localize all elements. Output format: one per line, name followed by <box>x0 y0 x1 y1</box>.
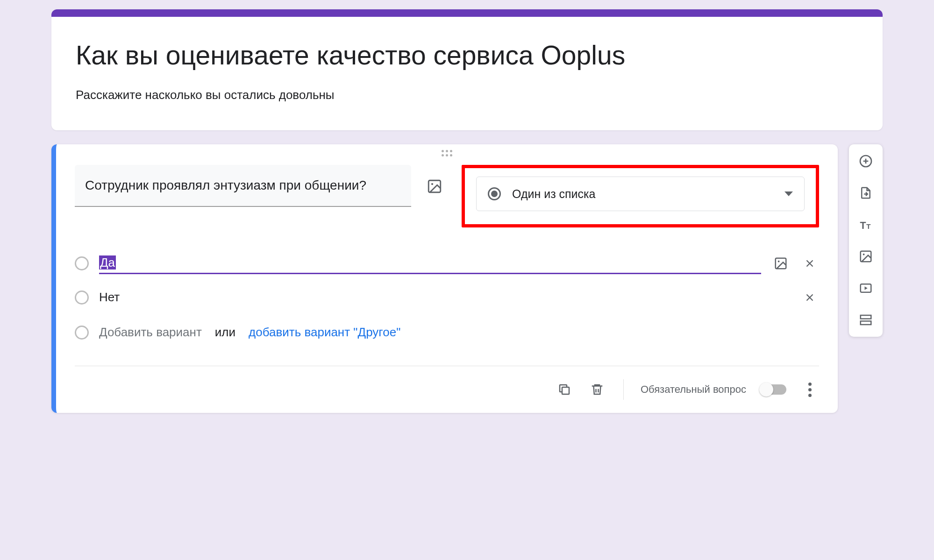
option-radio-icon <box>75 291 89 305</box>
svg-point-1 <box>431 183 433 185</box>
question-type-label: Один из списка <box>512 187 773 201</box>
option-input[interactable]: Нет <box>99 287 790 307</box>
add-image-button[interactable] <box>856 246 876 267</box>
question-type-dropdown[interactable]: Один из списка <box>476 177 805 211</box>
svg-rect-12 <box>861 321 871 325</box>
required-label: Обязательный вопрос <box>641 383 746 396</box>
form-header-card: Как вы оцениваете качество сервиса Ooplu… <box>51 9 883 130</box>
add-option-row: Добавить вариант или добавить вариант "Д… <box>75 314 819 356</box>
svg-text:T: T <box>866 222 870 230</box>
highlight-annotation: Один из списка <box>462 165 819 227</box>
option-remove-button[interactable] <box>800 254 819 273</box>
option-remove-button[interactable] <box>800 288 819 307</box>
import-questions-button[interactable] <box>856 183 876 203</box>
question-text-input[interactable]: Сотрудник проявлял энтузиазм при общении… <box>75 165 411 206</box>
svg-rect-11 <box>861 315 871 319</box>
side-toolbar: TT <box>849 144 883 337</box>
delete-button[interactable] <box>588 380 606 399</box>
add-question-button[interactable] <box>856 151 876 171</box>
svg-rect-4 <box>562 387 569 394</box>
options-list: Да Нет <box>56 232 838 356</box>
chevron-down-icon <box>784 191 793 196</box>
question-card: Сотрудник проявлял энтузиазм при общении… <box>51 144 838 413</box>
form-description[interactable]: Расскажите насколько вы остались довольн… <box>76 88 858 102</box>
drag-handle-icon[interactable] <box>438 149 456 157</box>
svg-point-3 <box>778 261 780 262</box>
option-row: Да <box>75 246 819 281</box>
add-option-button[interactable]: Добавить вариант <box>99 325 202 340</box>
add-section-button[interactable] <box>856 310 876 330</box>
option-row: Нет <box>75 281 819 314</box>
add-question-image-button[interactable] <box>424 176 445 197</box>
radio-icon <box>488 187 501 200</box>
svg-text:T: T <box>860 220 866 231</box>
question-footer: Обязательный вопрос <box>75 366 819 413</box>
option-radio-icon <box>75 326 89 340</box>
svg-point-9 <box>863 254 865 255</box>
option-radio-icon <box>75 256 89 270</box>
option-image-button[interactable] <box>771 254 790 273</box>
header-accent-bar <box>51 9 883 17</box>
more-options-button[interactable] <box>800 380 819 399</box>
add-title-button[interactable]: TT <box>856 214 876 235</box>
or-text: или <box>215 325 235 340</box>
divider <box>623 379 624 400</box>
add-other-button[interactable]: добавить вариант "Другое" <box>249 325 400 340</box>
option-input[interactable]: Да <box>99 253 761 274</box>
required-toggle[interactable] <box>760 384 786 395</box>
duplicate-button[interactable] <box>555 380 574 399</box>
form-title[interactable]: Как вы оцениваете качество сервиса Ooplu… <box>76 39 858 71</box>
add-video-button[interactable] <box>856 278 876 298</box>
